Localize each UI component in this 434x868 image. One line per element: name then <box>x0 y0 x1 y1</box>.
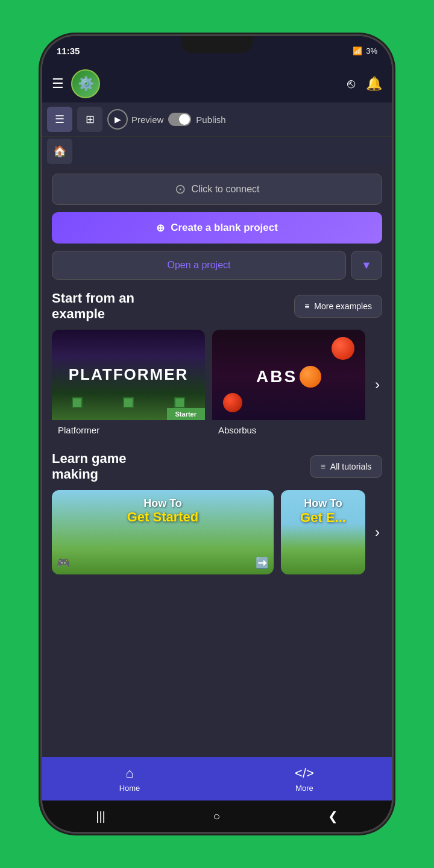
tutorials-section-header: Learn game making ≡ All tutorials <box>52 451 382 483</box>
recent-apps-button[interactable]: ||| <box>84 805 118 828</box>
logo-icon: ⚙️ <box>78 76 94 92</box>
connect-icon: ⊙ <box>175 181 186 197</box>
tutorial-card-2[interactable]: How To Get E... <box>281 490 365 574</box>
bottom-nav: ⌂ Home </> More <box>42 757 392 800</box>
system-nav: ||| ○ ❮ <box>42 800 392 832</box>
planet-orange-mid <box>300 366 321 388</box>
tut1-how-label: How To <box>55 497 270 510</box>
notch <box>181 36 253 53</box>
create-label: Create a blank project <box>171 222 278 234</box>
hamburger-icon[interactable]: ☰ <box>52 76 64 92</box>
status-icons: 📶 3% <box>353 46 377 55</box>
planet-red-top <box>332 337 354 360</box>
platform-elements <box>52 397 205 408</box>
status-bar: 11:35 📶 3% <box>42 36 392 65</box>
absorbus-name: Absorbus <box>218 425 256 435</box>
platform-block-3 <box>174 397 185 408</box>
nav-home[interactable]: ⌂ Home <box>42 757 217 800</box>
tutorial-1-text-wrap: How To Get Started <box>52 497 274 524</box>
platformer-image: PLATFORMER Starter <box>52 330 205 420</box>
examples-row: PLATFORMER Starter Platformer <box>52 330 382 440</box>
tutorial-2-image: How To Get E... <box>281 490 365 574</box>
publish-label: Publish <box>196 115 225 125</box>
home-button[interactable]: ○ <box>201 805 232 828</box>
more-label: More <box>295 784 313 793</box>
platformer-label: Platformer <box>52 420 205 440</box>
share-icon[interactable]: ⎋ <box>347 76 355 92</box>
tutorial-1-image: How To Get Started 🎮 ➡️ <box>52 490 274 574</box>
starter-badge: Starter <box>167 408 205 420</box>
tutorials-title: Learn game making <box>52 451 172 483</box>
tutorial-card-1[interactable]: How To Get Started 🎮 ➡️ <box>52 490 274 574</box>
planet-red-bottom <box>223 393 242 412</box>
absorbus-card[interactable]: ABS Absorbus <box>212 330 365 440</box>
absorbus-label: Absorbus <box>212 420 365 440</box>
app-logo[interactable]: ⚙️ <box>71 69 100 98</box>
wifi-icon: 📶 <box>353 46 362 55</box>
platform-block-2 <box>123 397 134 408</box>
home-label: Home <box>119 784 140 793</box>
home-bar: 🏠 <box>42 136 392 165</box>
tutorial-2-text-wrap: How To Get E... <box>281 497 365 526</box>
tutorials-row: How To Get Started 🎮 ➡️ How To Get E... <box>52 490 382 574</box>
tutorials-next-arrow[interactable]: › <box>373 521 382 543</box>
toolbar-toggle[interactable] <box>168 113 191 126</box>
status-time: 11:35 <box>57 46 80 56</box>
toolbar-list-btn[interactable]: ☰ <box>47 107 72 132</box>
platformer-title-text: PLATFORMER <box>69 365 189 384</box>
absorbus-planets: ABS <box>212 330 365 420</box>
battery-label: 3% <box>366 46 377 55</box>
create-project-button[interactable]: ⊕ Create a blank project <box>52 212 382 244</box>
nav-more[interactable]: </> More <box>217 757 392 800</box>
examples-title: Start from an example <box>52 291 172 322</box>
tut1-arrow-icon: ➡️ <box>256 556 269 570</box>
tut2-title-label: Get E... <box>285 510 362 526</box>
home-icon: ⌂ <box>125 766 133 781</box>
absorbus-title-text: ABS <box>256 367 297 386</box>
play-circle: ▶ <box>107 109 128 130</box>
absorbus-image: ABS <box>212 330 365 420</box>
list-icon: ≡ <box>304 301 309 311</box>
examples-next-arrow[interactable]: › <box>373 374 382 395</box>
toolbar-grid-btn[interactable]: ⊞ <box>77 107 102 132</box>
platformer-card[interactable]: PLATFORMER Starter Platformer <box>52 330 205 440</box>
examples-section-header: Start from an example ≡ More examples <box>52 291 382 322</box>
home-nav-btn[interactable]: 🏠 <box>47 139 72 164</box>
all-tutorials-label: All tutorials <box>330 462 371 471</box>
tut2-how-label: How To <box>285 497 362 510</box>
all-tutorials-button[interactable]: ≡ All tutorials <box>310 455 382 478</box>
tut1-char-icon: 🎮 <box>57 556 70 570</box>
platformer-name: Platformer <box>58 425 99 435</box>
bell-icon[interactable]: 🔔 <box>366 76 382 92</box>
back-button[interactable]: ❮ <box>316 804 350 828</box>
more-examples-button[interactable]: ≡ More examples <box>294 295 382 318</box>
open-project-label: Open a project <box>168 260 231 271</box>
chevron-down-icon: ▼ <box>361 259 372 272</box>
toolbar-preview-btn[interactable]: ▶ Preview <box>107 109 163 130</box>
platform-block-1 <box>72 397 83 408</box>
app-header: ☰ ⚙️ ⎋ 🔔 <box>42 65 392 102</box>
create-icon: ⊕ <box>156 222 165 234</box>
preview-label: Preview <box>131 115 163 125</box>
connect-button[interactable]: ⊙ Click to connect <box>52 174 382 205</box>
main-content: ⊙ Click to connect ⊕ Create a blank proj… <box>42 165 392 757</box>
open-project-row: Open a project ▼ <box>52 251 382 280</box>
more-examples-label: More examples <box>314 301 372 311</box>
header-right-icons: ⎋ 🔔 <box>347 76 382 92</box>
connect-label: Click to connect <box>192 184 260 195</box>
toolbar: ☰ ⊞ ▶ Preview Publish <box>42 102 392 136</box>
open-project-dropdown[interactable]: ▼ <box>351 251 382 280</box>
code-icon: </> <box>295 766 314 781</box>
open-project-button[interactable]: Open a project <box>52 251 346 280</box>
tutorials-list-icon: ≡ <box>321 462 326 471</box>
tut1-title-label: Get Started <box>55 510 270 524</box>
